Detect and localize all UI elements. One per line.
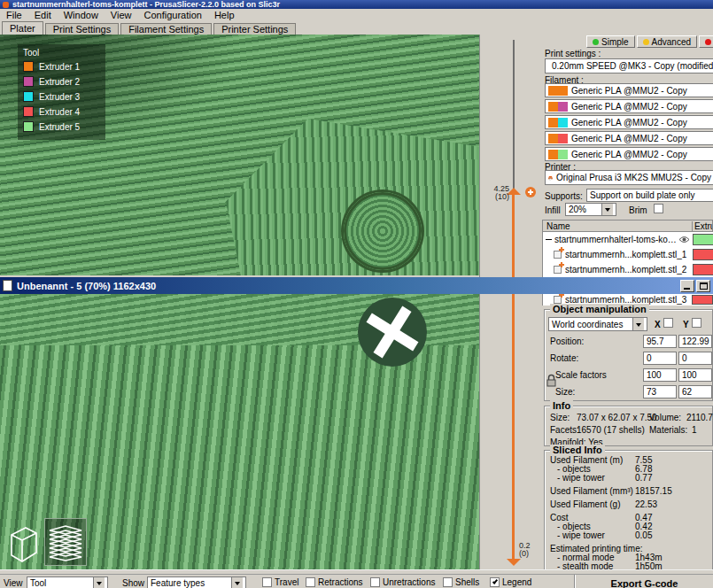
printer-icon	[548, 173, 553, 183]
object-extruder-swatch[interactable]	[693, 264, 713, 275]
extruder-5-color-swatch	[23, 121, 34, 132]
minimize-button[interactable]	[680, 280, 694, 292]
maximize-icon	[700, 282, 708, 290]
tab-plater[interactable]: Plater	[2, 21, 43, 35]
name-column-header[interactable]: Name	[543, 221, 692, 231]
cross-bar-icon	[373, 306, 411, 359]
printer-select[interactable]: Original Prusa i3 MK2S MMU2S - Copy	[545, 170, 713, 185]
layer-slider-area-bottom: 0.2 (0)	[479, 294, 542, 569]
filament-5-select[interactable]: Generic PLA @MMU2 - Copy	[545, 147, 713, 161]
extruder-column-header[interactable]: Extruder	[692, 221, 712, 231]
info-title: Info	[550, 400, 573, 411]
show-select[interactable]: Feature types	[147, 576, 246, 588]
eye-icon[interactable]	[678, 236, 690, 244]
menu-bar: File Edit Window View Configuration Help	[0, 9, 713, 21]
plus-icon	[530, 190, 531, 195]
filament-4-color-icon	[548, 134, 568, 143]
filament-2-color-icon	[548, 102, 568, 112]
mode-advanced-button[interactable]: Advanced	[637, 35, 697, 48]
layer-slider-track-filled[interactable]	[512, 194, 515, 277]
dropdown-arrow-button[interactable]	[93, 577, 105, 588]
rotate-y-field[interactable]: 0	[678, 352, 712, 365]
object-row-part-2[interactable]: startnummernh...komplett.stl_2	[543, 262, 713, 277]
menu-view[interactable]: View	[105, 9, 138, 21]
print-settings-select[interactable]: 0.20mm SPEED @MK3 - Copy (modified)	[545, 58, 713, 74]
view-select[interactable]: Tool	[27, 576, 108, 588]
object-extruder-swatch[interactable]	[693, 249, 713, 260]
layer-slider-handle[interactable]	[507, 559, 521, 566]
filament-1-color-icon	[548, 86, 568, 96]
layer-slider-track-filled[interactable]	[512, 294, 515, 560]
tool-legend-title: Tool	[23, 48, 100, 58]
info-group: Info Size: 73.07 x 62.07 x 7.50 Volume: …	[544, 406, 713, 446]
advanced-mode-dot-icon	[643, 39, 649, 45]
filament-3-color-icon	[548, 118, 568, 128]
legend-checkbox[interactable]: Legend	[490, 577, 531, 587]
layer-slider-area-top: 4.25 (10)	[479, 35, 542, 277]
unretractions-checkbox[interactable]: Unretractions	[370, 577, 435, 587]
tab-print-settings[interactable]: Print Settings	[45, 23, 119, 35]
position-y-field[interactable]: 122.99	[678, 335, 712, 348]
scale-x-field[interactable]: 100	[643, 368, 677, 382]
menu-file[interactable]: File	[0, 9, 28, 21]
main-window-titlebar[interactable]: startnummernhalterl-toms-komplett - Prus…	[0, 0, 713, 9]
expert-mode-dot-icon	[705, 39, 711, 45]
size-y-field[interactable]: 62	[678, 385, 712, 398]
size-label: Size:	[555, 387, 575, 397]
legend-item-extruder-5: Extruder 5	[23, 121, 100, 132]
menu-edit[interactable]: Edit	[28, 9, 58, 21]
object-extruder-swatch[interactable]	[693, 234, 713, 245]
retractions-checkbox[interactable]: Retractions	[306, 577, 363, 587]
info-facets-value: 16570 (17 shells)	[577, 425, 645, 435]
filament-2-select[interactable]: Generic PLA @MMU2 - Copy	[545, 99, 713, 113]
shells-checkbox[interactable]: Shells	[443, 577, 479, 587]
filament-1-select[interactable]: Generic PLA @MMU2 - Copy	[545, 83, 713, 97]
rotate-x-field[interactable]: 0	[643, 352, 677, 365]
position-x-field[interactable]: 95.7	[643, 335, 677, 348]
info-volume-label: Volume:	[649, 413, 681, 422]
filament-4-select[interactable]: Generic PLA @MMU2 - Copy	[545, 131, 713, 145]
info-size-value: 73.07 x 62.07 x 7.50	[577, 413, 657, 422]
infill-select[interactable]: 20%	[565, 203, 616, 216]
supports-select[interactable]: Support on build plate only	[586, 189, 713, 202]
filament-3-select[interactable]: Generic PLA @MMU2 - Copy	[545, 115, 713, 129]
object-row-main[interactable]: startnummernhalterl-toms-komplett.stl	[543, 232, 713, 247]
maximize-button[interactable]	[696, 280, 710, 292]
brim-label: Brim	[629, 205, 647, 215]
menu-help[interactable]: Help	[208, 9, 241, 21]
extruder-1-color-swatch	[23, 61, 34, 72]
menu-window[interactable]: Window	[58, 9, 105, 21]
object-extruder-swatch[interactable]	[692, 295, 713, 305]
tab-filament-settings[interactable]: Filament Settings	[120, 23, 212, 35]
scale-label: Scale factors	[555, 370, 607, 380]
tab-printer-settings[interactable]: Printer Settings	[213, 23, 296, 35]
gcode-preview-canvas-bottom[interactable]	[0, 294, 479, 569]
object-row-part-1[interactable]: startnummernh...komplett.stl_1	[543, 247, 713, 262]
3d-editor-view-icon[interactable]	[5, 522, 41, 564]
dropdown-arrow-button[interactable]	[601, 204, 613, 215]
preview-layers-view-icon[interactable]	[44, 518, 87, 566]
size-x-field[interactable]: 73	[643, 385, 677, 398]
lock-icon[interactable]	[546, 374, 556, 387]
brim-checkbox[interactable]	[654, 204, 663, 213]
image-window-titlebar[interactable]: Unbenannt - 5 (70%) 1162x430	[0, 277, 713, 294]
axis-y-label: Y	[683, 320, 689, 329]
export-gcode-button[interactable]: Export G-code	[576, 578, 713, 588]
chevron-down-icon	[97, 582, 102, 588]
collapse-icon[interactable]	[546, 239, 552, 240]
add-part-icon	[554, 266, 562, 274]
layer-slider-track[interactable]	[513, 40, 515, 190]
add-layer-range-button[interactable]	[525, 187, 536, 197]
mode-expert-button[interactable]: Expert	[699, 35, 713, 48]
menu-configuration[interactable]: Configuration	[137, 9, 207, 21]
gcode-preview-canvas-top[interactable]: Tool Extruder 1 Extruder 2 Extruder 3 Ex…	[0, 35, 479, 275]
add-part-icon	[554, 251, 562, 259]
scale-y-field[interactable]: 100	[678, 368, 712, 382]
mode-simple-button[interactable]: Simple	[586, 35, 635, 48]
coordinates-select[interactable]: World coordinates	[548, 317, 647, 331]
travel-checkbox[interactable]: Travel	[262, 577, 298, 587]
sliced-row-filament-g: Used Filament (g)22.53	[548, 500, 710, 509]
dropdown-arrow-button[interactable]	[632, 318, 644, 330]
dropdown-arrow-button[interactable]	[231, 577, 243, 588]
supports-label: Supports:	[545, 191, 583, 201]
